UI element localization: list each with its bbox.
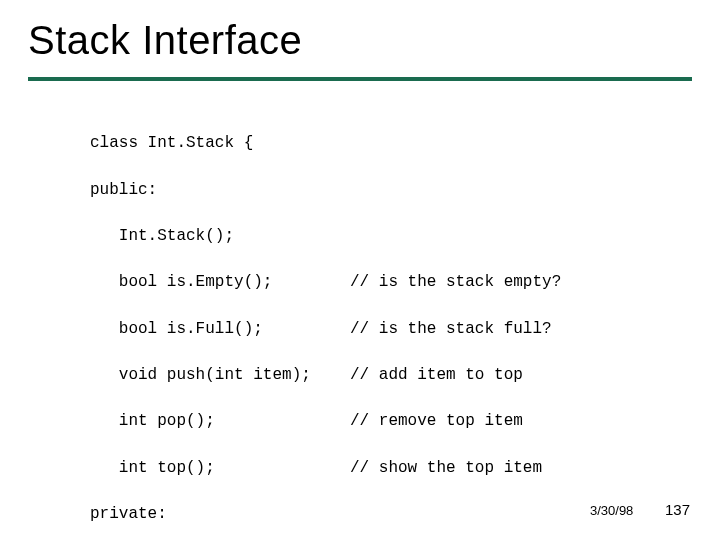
code-line: int top();	[90, 457, 350, 480]
code-line: void push(int item);	[90, 364, 350, 387]
code-line: public:	[90, 179, 350, 202]
footer: 3/30/98 137	[590, 501, 690, 518]
code-comment: // show the top item	[350, 457, 542, 480]
code-comment: // remove top item	[350, 410, 523, 433]
code-comment: // is the stack empty?	[350, 271, 561, 294]
page-title: Stack Interface	[0, 0, 720, 63]
code-line: bool is.Full();	[90, 318, 350, 341]
code-block: class Int.Stack { public: Int.Stack(); b…	[90, 109, 720, 540]
code-line: Int.Stack();	[90, 225, 350, 248]
code-line: int pop();	[90, 410, 350, 433]
title-rule	[28, 77, 692, 81]
code-line: bool is.Empty();	[90, 271, 350, 294]
footer-page: 137	[665, 501, 690, 518]
code-comment: // add item to top	[350, 364, 523, 387]
footer-date: 3/30/98	[590, 503, 633, 518]
code-line: private:	[90, 503, 350, 526]
code-line: class Int.Stack {	[90, 132, 350, 155]
code-comment: // is the stack full?	[350, 318, 552, 341]
